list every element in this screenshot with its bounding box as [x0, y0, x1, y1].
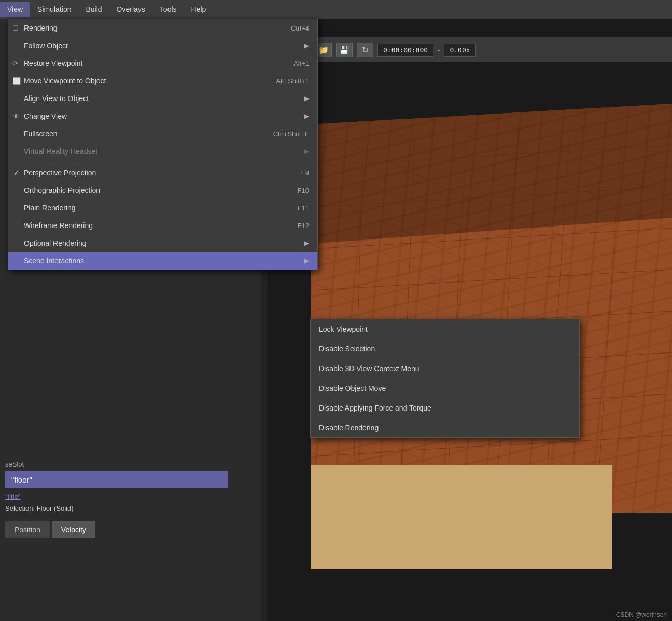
watermark: CSDN @worthsen [616, 611, 667, 618]
scene-interactions-arrow: ▶ [304, 257, 309, 264]
align-view-arrow: ▶ [304, 95, 309, 102]
menubar: View Simulation Build Overlays Tools Hel… [0, 0, 672, 19]
scene-object-floor [311, 465, 612, 569]
restore-icon: ⟳ [12, 60, 18, 67]
speed-display: 0.00x [444, 44, 475, 57]
menu-item-restore-viewpoint[interactable]: ⟳ Restore Viewpoint Alt+1 [8, 54, 317, 72]
optional-rendering-arrow: ▶ [304, 239, 309, 247]
time-display: 0:00:00:000 [377, 44, 433, 57]
menu-item-optional-rendering[interactable]: Optional Rendering ▶ [8, 234, 317, 252]
tabs-row: Position Velocity [5, 521, 262, 538]
menu-item-scene-interactions[interactable]: Scene Interactions ▶ [8, 252, 317, 270]
save-button[interactable]: 💾 [336, 43, 353, 57]
plain-rendering-shortcut: F11 [277, 204, 309, 212]
menu-item-vr-headset[interactable]: Virtual Reality Headset ▶ [8, 143, 317, 160]
perspective-checkmark: ✓ [13, 168, 20, 177]
separator: - [438, 46, 440, 54]
panel-link[interactable]: "title" [5, 491, 262, 501]
rendering-icon: ☐ [12, 24, 19, 32]
selection-info: Selection: Floor (Solid) [5, 501, 262, 515]
panel-content: seSlot "floor" "title" Selection: Floor … [0, 455, 267, 621]
wireframe-shortcut: F12 [277, 222, 309, 230]
perspective-shortcut: F9 [281, 169, 309, 177]
follow-object-arrow: ▶ [304, 42, 309, 49]
menu-item-fullscreen[interactable]: Fullscreen Ctrl+Shift+F [8, 125, 317, 143]
move-viewpoint-shortcut: Alt+Shift+1 [255, 77, 309, 85]
menubar-item-simulation[interactable]: Simulation [30, 2, 78, 17]
tab-velocity[interactable]: Velocity [52, 521, 95, 538]
change-view-arrow: ▶ [304, 112, 309, 120]
menu-item-rendering[interactable]: ☐ Rendering Ctrl+4 [8, 19, 317, 37]
submenu-item-disable-object-move[interactable]: Disable Object Move [311, 378, 579, 398]
viewport-toolbar: 📁 💾 ↻ 0:00:00:000 - 0.00x [311, 37, 672, 62]
menu-item-plain-rendering[interactable]: Plain Rendering F11 [8, 199, 317, 217]
submenu-item-disable-force-torque[interactable]: Disable Applying Force and Torque [311, 398, 579, 418]
menu-item-move-viewpoint[interactable]: ⬜ Move Viewpoint to Object Alt+Shift+1 [8, 72, 317, 90]
menubar-item-build[interactable]: Build [78, 2, 109, 17]
selected-item-display: "floor" [5, 471, 228, 488]
change-view-icon: 👁 [12, 112, 19, 120]
menubar-item-view[interactable]: View [0, 2, 30, 17]
submenu-item-disable-3d-context[interactable]: Disable 3D View Context Menu [311, 359, 579, 378]
menu-item-perspective-projection[interactable]: ✓ Perspective Projection F9 [8, 164, 317, 181]
refresh-button[interactable]: ↻ [357, 43, 373, 57]
menu-item-change-view[interactable]: 👁 Change View ▶ [8, 107, 317, 125]
view-dropdown-menu: ☐ Rendering Ctrl+4 Follow Object ▶ ⟳ Res… [8, 19, 318, 270]
tab-position[interactable]: Position [5, 521, 50, 538]
rendering-shortcut: Ctrl+4 [270, 24, 309, 32]
scene-interactions-submenu: Lock Viewpoint Disable Selection Disable… [310, 319, 580, 438]
orthographic-shortcut: F10 [277, 187, 309, 194]
vr-headset-arrow: ▶ [304, 148, 309, 155]
fullscreen-shortcut: Ctrl+Shift+F [253, 130, 309, 138]
submenu-item-disable-selection[interactable]: Disable Selection [311, 339, 579, 359]
submenu-item-lock-viewpoint[interactable]: Lock Viewpoint [311, 319, 579, 339]
submenu-item-disable-rendering[interactable]: Disable Rendering [311, 418, 579, 437]
menu-item-wireframe-rendering[interactable]: Wireframe Rendering F12 [8, 217, 317, 234]
restore-shortcut: Alt+1 [273, 60, 309, 67]
menubar-item-help[interactable]: Help [184, 2, 214, 17]
move-viewpoint-icon: ⬜ [12, 77, 21, 85]
menu-item-align-view[interactable]: Align View to Object ▶ [8, 90, 317, 107]
menubar-item-overlays[interactable]: Overlays [109, 2, 152, 17]
menu-separator-1 [8, 162, 317, 162]
menubar-item-tools[interactable]: Tools [152, 2, 184, 17]
panel-slot-label: seSlot [5, 460, 262, 468]
menu-item-orthographic-projection[interactable]: Orthographic Projection F10 [8, 181, 317, 199]
wood-texture [311, 62, 672, 513]
menu-item-follow-object[interactable]: Follow Object ▶ [8, 37, 317, 54]
